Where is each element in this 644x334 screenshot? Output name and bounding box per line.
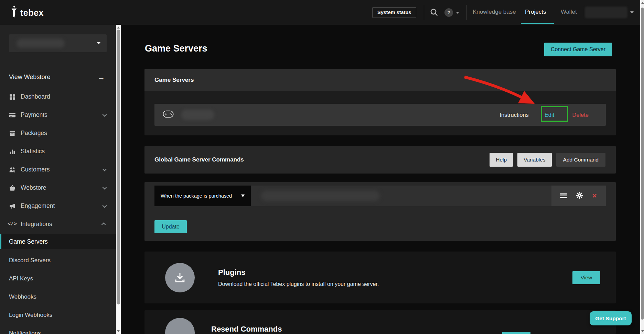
redacted-store-name bbox=[17, 39, 65, 48]
scroll-down-arrow-icon[interactable] bbox=[641, 330, 644, 332]
redacted-server-name bbox=[181, 110, 214, 120]
scroll-down-arrow-icon[interactable] bbox=[117, 330, 120, 332]
sidebar-item-notifications[interactable]: Notifications bbox=[0, 324, 116, 334]
logo-text: tebex bbox=[20, 8, 44, 18]
redacted-username[interactable] bbox=[585, 7, 627, 18]
integrations-code-icon: </> bbox=[9, 221, 15, 227]
sidebar-item-label: Packages bbox=[21, 130, 47, 137]
sidebar-item-customers[interactable]: Customers bbox=[0, 160, 116, 179]
help-menu[interactable]: ? bbox=[444, 8, 459, 17]
chevron-down-icon bbox=[103, 203, 107, 208]
sidebar-item-label: Statistics bbox=[21, 148, 45, 155]
payments-icon bbox=[9, 112, 15, 118]
sidebar-item-api-keys[interactable]: API Keys bbox=[0, 269, 116, 288]
edit-link[interactable]: Edit bbox=[545, 112, 554, 118]
engagement-megaphone-icon bbox=[9, 203, 15, 209]
chevron-down-icon bbox=[103, 167, 107, 171]
commands-panel-header: Global Game Server Commands Help Variabl… bbox=[144, 146, 616, 174]
drag-handle-icon[interactable] bbox=[560, 193, 567, 198]
plugins-view-button[interactable]: View bbox=[572, 271, 600, 284]
chevron-down-icon bbox=[97, 42, 100, 44]
arrow-right-icon: → bbox=[98, 73, 105, 81]
sidebar-item-statistics[interactable]: Statistics bbox=[0, 142, 116, 160]
command-trigger-dropdown[interactable]: When the package is purchased bbox=[154, 186, 251, 206]
sidebar-item-view-webstore[interactable]: View Webstore → bbox=[0, 68, 116, 86]
sidebar-item-discord-servers[interactable]: Discord Servers bbox=[0, 251, 116, 269]
search-icon[interactable] bbox=[430, 8, 438, 16]
user-menu-caret-icon[interactable] bbox=[630, 11, 634, 13]
nav-projects[interactable]: Projects bbox=[525, 9, 546, 15]
resend-icon-circle bbox=[165, 318, 195, 334]
scroll-up-arrow-icon[interactable] bbox=[117, 26, 120, 29]
gamepad-icon bbox=[163, 110, 174, 119]
help-icon: ? bbox=[444, 8, 453, 17]
command-row-actions: ✕ bbox=[551, 186, 606, 206]
update-button[interactable]: Update bbox=[154, 220, 187, 233]
command-text-input[interactable] bbox=[251, 186, 551, 206]
active-tab-underline bbox=[521, 23, 554, 24]
resend-view-button-partial[interactable] bbox=[502, 332, 530, 334]
chevron-down-icon bbox=[103, 112, 107, 117]
tebex-dagger-icon bbox=[10, 5, 18, 20]
instructions-link[interactable]: Instructions bbox=[500, 112, 528, 118]
nav-knowledge-base[interactable]: Knowledge base bbox=[473, 9, 516, 15]
sidebar-item-game-servers-active[interactable]: Game Servers bbox=[0, 234, 116, 249]
view-webstore-label: View Webstore bbox=[9, 74, 50, 81]
page-title: Game Servers bbox=[145, 43, 207, 54]
sidebar-item-engagement[interactable]: Engagement bbox=[0, 197, 116, 215]
customers-icon bbox=[9, 166, 15, 173]
chevron-up-icon bbox=[101, 223, 106, 227]
sidebar-item-label: Customers bbox=[21, 166, 50, 173]
sidebar: View Webstore → Dashboard Payments bbox=[0, 25, 116, 334]
sidebar-item-label: Dashboard bbox=[21, 93, 50, 100]
sidebar-scrollbar[interactable] bbox=[116, 25, 121, 334]
delete-link[interactable]: Delete bbox=[572, 112, 589, 118]
game-server-row: Instructions Edit Delete bbox=[154, 104, 606, 126]
nav-wallet[interactable]: Wallet bbox=[561, 9, 577, 15]
redacted-command-text bbox=[261, 191, 380, 201]
commands-panel-body: When the package is purchased bbox=[144, 182, 616, 241]
main-scrollbar[interactable] bbox=[640, 0, 644, 334]
game-servers-panel-title: Game Servers bbox=[144, 69, 616, 91]
sidebar-item-webhooks[interactable]: Webhooks bbox=[0, 288, 116, 306]
tebex-logo[interactable]: tebex bbox=[10, 5, 44, 20]
sidebar-item-packages[interactable]: Packages bbox=[0, 124, 116, 142]
resend-card-title: Resend Commands bbox=[211, 325, 282, 334]
sidebar-item-dashboard[interactable]: Dashboard bbox=[0, 88, 116, 106]
connect-game-server-button[interactable]: Connect Game Server bbox=[544, 43, 612, 56]
sidebar-item-payments[interactable]: Payments bbox=[0, 106, 116, 124]
packages-icon bbox=[9, 130, 15, 136]
sidebar-item-label: Engagement bbox=[21, 202, 55, 210]
get-support-button[interactable]: Get Support bbox=[590, 311, 632, 325]
sidebar-item-login-webhooks[interactable]: Login Webhooks bbox=[0, 306, 116, 324]
commands-panel-title: Global Game Server Commands bbox=[154, 156, 244, 163]
header-divider bbox=[424, 5, 424, 20]
plugins-card-title: Plugins bbox=[218, 268, 379, 277]
remove-command-icon[interactable]: ✕ bbox=[592, 192, 597, 200]
sidebar-item-label: Webstore bbox=[21, 184, 46, 191]
scroll-up-arrow-icon[interactable] bbox=[641, 2, 644, 4]
add-command-button[interactable]: Add Command bbox=[556, 153, 605, 167]
gear-icon[interactable] bbox=[576, 192, 583, 200]
system-status-button[interactable]: System status bbox=[372, 7, 416, 18]
download-icon-circle bbox=[165, 263, 195, 292]
webstore-basket-icon bbox=[9, 185, 15, 191]
resend-commands-card: Resend Commands bbox=[144, 310, 616, 334]
header-divider bbox=[466, 5, 467, 20]
store-selector-dropdown[interactable] bbox=[9, 34, 107, 52]
sidebar-item-label: Integrations bbox=[21, 221, 52, 228]
main-scrollbar-thumb[interactable] bbox=[641, 8, 644, 320]
sidebar-item-label: Payments bbox=[21, 111, 47, 119]
help-button[interactable]: Help bbox=[490, 153, 513, 167]
command-row: When the package is purchased bbox=[154, 186, 606, 206]
statistics-icon bbox=[9, 148, 15, 155]
sidebar-item-integrations[interactable]: </> Integrations bbox=[0, 215, 116, 233]
variables-button[interactable]: Variables bbox=[517, 153, 551, 167]
dropdown-caret-icon bbox=[241, 194, 245, 197]
plugins-card: Plugins Download the official Tebex plug… bbox=[144, 252, 616, 303]
sidebar-scrollbar-thumb[interactable] bbox=[117, 30, 120, 304]
top-header: tebex System status ? Knowledge base Pro… bbox=[0, 0, 644, 25]
sidebar-item-webstore[interactable]: Webstore bbox=[0, 179, 116, 197]
dashboard-icon bbox=[9, 93, 15, 100]
game-servers-panel: Game Servers Instructions Edit Delete bbox=[144, 69, 616, 135]
